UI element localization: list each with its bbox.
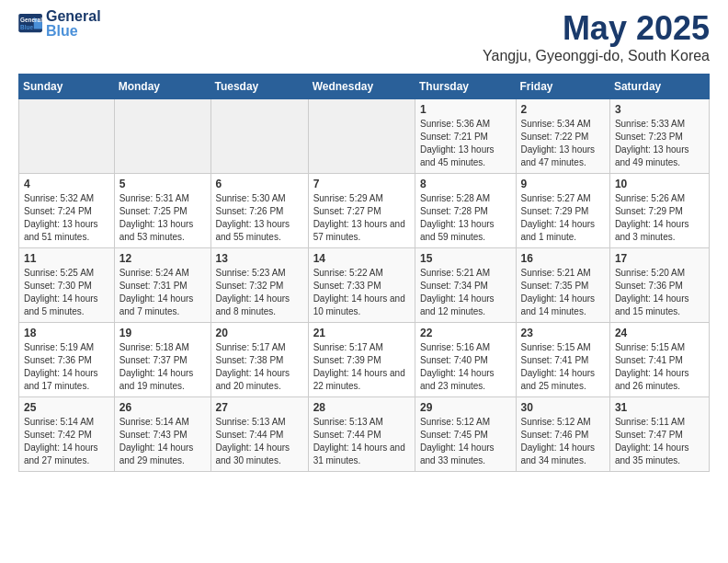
day-number: 30	[521, 401, 605, 414]
day-number: 9	[521, 178, 605, 190]
logo-line1: General	[46, 9, 101, 24]
cell-content: Sunrise: 5:21 AMSunset: 7:35 PMDaylight:…	[521, 267, 605, 318]
cell-content: Sunrise: 5:25 AMSunset: 7:30 PMDaylight:…	[24, 267, 109, 318]
cell-content: Sunrise: 5:24 AMSunset: 7:31 PMDaylight:…	[119, 267, 206, 318]
calendar-table: SundayMondayTuesdayWednesdayThursdayFrid…	[18, 74, 710, 472]
day-number: 5	[119, 178, 206, 190]
day-number: 4	[24, 178, 109, 190]
day-number: 21	[313, 327, 410, 339]
day-number: 18	[24, 327, 109, 339]
calendar-cell: 1Sunrise: 5:36 AMSunset: 7:21 PMDaylight…	[415, 99, 516, 174]
calendar-cell: 23Sunrise: 5:15 AMSunset: 7:41 PMDayligh…	[516, 323, 609, 397]
cell-content: Sunrise: 5:30 AMSunset: 7:26 PMDaylight:…	[216, 192, 303, 244]
cell-content: Sunrise: 5:15 AMSunset: 7:41 PMDaylight:…	[615, 341, 704, 393]
day-number: 10	[615, 178, 704, 190]
day-number: 22	[420, 327, 511, 339]
day-number: 7	[313, 178, 410, 190]
cell-content: Sunrise: 5:21 AMSunset: 7:34 PMDaylight:…	[420, 267, 511, 318]
day-number: 16	[521, 252, 605, 265]
calendar-cell: 14Sunrise: 5:22 AMSunset: 7:33 PMDayligh…	[308, 248, 415, 323]
cell-content: Sunrise: 5:34 AMSunset: 7:22 PMDaylight:…	[521, 118, 605, 169]
day-number: 26	[119, 401, 206, 414]
calendar-week-row: 25Sunrise: 5:14 AMSunset: 7:42 PMDayligh…	[19, 397, 710, 472]
cell-content: Sunrise: 5:18 AMSunset: 7:37 PMDaylight:…	[119, 341, 206, 393]
cell-content: Sunrise: 5:11 AMSunset: 7:47 PMDaylight:…	[615, 416, 704, 467]
calendar-cell: 6Sunrise: 5:30 AMSunset: 7:26 PMDaylight…	[210, 174, 308, 248]
svg-text:Blue: Blue	[20, 24, 33, 30]
cell-content: Sunrise: 5:15 AMSunset: 7:41 PMDaylight:…	[521, 341, 605, 393]
cell-content: Sunrise: 5:26 AMSunset: 7:29 PMDaylight:…	[615, 192, 704, 244]
cell-content: Sunrise: 5:13 AMSunset: 7:44 PMDaylight:…	[313, 416, 410, 467]
calendar-cell	[308, 99, 415, 174]
day-number: 1	[420, 103, 511, 116]
cell-content: Sunrise: 5:13 AMSunset: 7:44 PMDaylight:…	[216, 416, 303, 467]
cell-content: Sunrise: 5:23 AMSunset: 7:32 PMDaylight:…	[216, 267, 303, 318]
cell-content: Sunrise: 5:16 AMSunset: 7:40 PMDaylight:…	[420, 341, 511, 393]
cell-content: Sunrise: 5:17 AMSunset: 7:38 PMDaylight:…	[216, 341, 303, 393]
weekday-header: Thursday	[415, 75, 516, 99]
logo-icon: General Blue	[18, 14, 44, 34]
cell-content: Sunrise: 5:14 AMSunset: 7:43 PMDaylight:…	[119, 416, 206, 467]
svg-text:General: General	[20, 17, 42, 23]
day-number: 12	[119, 252, 206, 265]
day-number: 25	[24, 401, 109, 414]
cell-content: Sunrise: 5:28 AMSunset: 7:28 PMDaylight:…	[420, 192, 511, 244]
day-number: 17	[615, 252, 704, 265]
calendar-cell: 13Sunrise: 5:23 AMSunset: 7:32 PMDayligh…	[210, 248, 308, 323]
weekday-header: Wednesday	[308, 75, 415, 99]
cell-content: Sunrise: 5:33 AMSunset: 7:23 PMDaylight:…	[615, 118, 704, 169]
logo-line2: Blue	[46, 24, 101, 39]
calendar-week-row: 4Sunrise: 5:32 AMSunset: 7:24 PMDaylight…	[19, 174, 710, 248]
calendar-cell: 25Sunrise: 5:14 AMSunset: 7:42 PMDayligh…	[19, 397, 115, 472]
cell-content: Sunrise: 5:17 AMSunset: 7:39 PMDaylight:…	[313, 341, 410, 393]
calendar-week-row: 11Sunrise: 5:25 AMSunset: 7:30 PMDayligh…	[19, 248, 710, 323]
cell-content: Sunrise: 5:12 AMSunset: 7:45 PMDaylight:…	[420, 416, 511, 467]
calendar-cell: 8Sunrise: 5:28 AMSunset: 7:28 PMDaylight…	[415, 174, 516, 248]
day-number: 2	[521, 103, 605, 116]
day-number: 19	[119, 327, 206, 339]
day-number: 29	[420, 401, 511, 414]
cell-content: Sunrise: 5:22 AMSunset: 7:33 PMDaylight:…	[313, 267, 410, 318]
cell-content: Sunrise: 5:36 AMSunset: 7:21 PMDaylight:…	[420, 118, 511, 169]
calendar-cell: 19Sunrise: 5:18 AMSunset: 7:37 PMDayligh…	[114, 323, 210, 397]
calendar-cell: 29Sunrise: 5:12 AMSunset: 7:45 PMDayligh…	[415, 397, 516, 472]
calendar-cell: 15Sunrise: 5:21 AMSunset: 7:34 PMDayligh…	[415, 248, 516, 323]
cell-content: Sunrise: 5:12 AMSunset: 7:46 PMDaylight:…	[521, 416, 605, 467]
calendar-cell: 5Sunrise: 5:31 AMSunset: 7:25 PMDaylight…	[114, 174, 210, 248]
calendar-cell: 22Sunrise: 5:16 AMSunset: 7:40 PMDayligh…	[415, 323, 516, 397]
calendar-cell: 12Sunrise: 5:24 AMSunset: 7:31 PMDayligh…	[114, 248, 210, 323]
day-number: 24	[615, 327, 704, 339]
main-title: May 2025	[483, 9, 710, 48]
day-number: 8	[420, 178, 511, 190]
calendar-cell: 18Sunrise: 5:19 AMSunset: 7:36 PMDayligh…	[19, 323, 115, 397]
calendar-cell: 21Sunrise: 5:17 AMSunset: 7:39 PMDayligh…	[308, 323, 415, 397]
title-section: May 2025 Yangju, Gyeonggi-do, South Kore…	[483, 9, 710, 64]
calendar-cell: 20Sunrise: 5:17 AMSunset: 7:38 PMDayligh…	[210, 323, 308, 397]
day-number: 13	[216, 252, 303, 265]
day-number: 15	[420, 252, 511, 265]
day-number: 27	[216, 401, 303, 414]
weekday-header: Tuesday	[210, 75, 308, 99]
calendar-cell: 30Sunrise: 5:12 AMSunset: 7:46 PMDayligh…	[516, 397, 609, 472]
weekday-header: Saturday	[609, 75, 709, 99]
calendar-cell: 3Sunrise: 5:33 AMSunset: 7:23 PMDaylight…	[609, 99, 709, 174]
cell-content: Sunrise: 5:32 AMSunset: 7:24 PMDaylight:…	[24, 192, 109, 244]
cell-content: Sunrise: 5:27 AMSunset: 7:29 PMDaylight:…	[521, 192, 605, 244]
cell-content: Sunrise: 5:14 AMSunset: 7:42 PMDaylight:…	[24, 416, 109, 467]
calendar-cell: 2Sunrise: 5:34 AMSunset: 7:22 PMDaylight…	[516, 99, 609, 174]
logo: General Blue General Blue	[18, 9, 101, 39]
calendar-cell: 28Sunrise: 5:13 AMSunset: 7:44 PMDayligh…	[308, 397, 415, 472]
day-number: 20	[216, 327, 303, 339]
weekday-header: Sunday	[19, 75, 115, 99]
day-number: 11	[24, 252, 109, 265]
calendar-cell: 7Sunrise: 5:29 AMSunset: 7:27 PMDaylight…	[308, 174, 415, 248]
calendar-cell: 10Sunrise: 5:26 AMSunset: 7:29 PMDayligh…	[609, 174, 709, 248]
calendar-cell: 17Sunrise: 5:20 AMSunset: 7:36 PMDayligh…	[609, 248, 709, 323]
weekday-header: Friday	[516, 75, 609, 99]
calendar-week-row: 1Sunrise: 5:36 AMSunset: 7:21 PMDaylight…	[19, 99, 710, 174]
calendar-cell	[114, 99, 210, 174]
calendar-cell: 26Sunrise: 5:14 AMSunset: 7:43 PMDayligh…	[114, 397, 210, 472]
cell-content: Sunrise: 5:20 AMSunset: 7:36 PMDaylight:…	[615, 267, 704, 318]
weekday-header: Monday	[114, 75, 210, 99]
calendar-week-row: 18Sunrise: 5:19 AMSunset: 7:36 PMDayligh…	[19, 323, 710, 397]
